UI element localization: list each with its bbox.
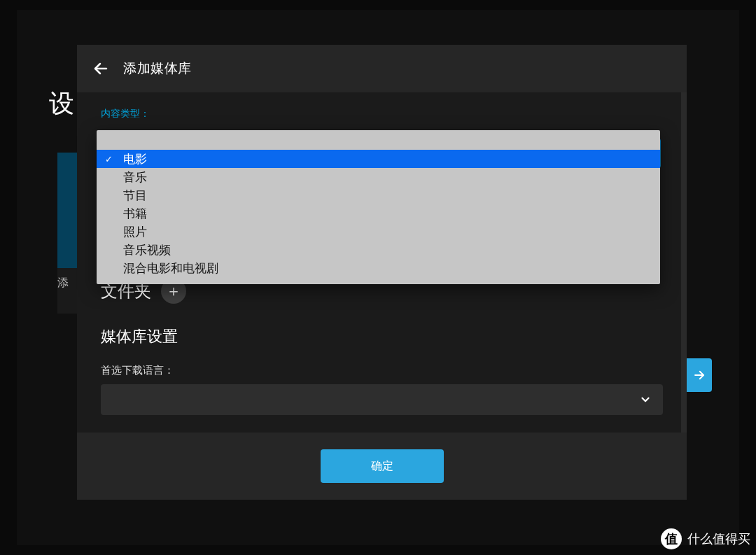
dropdown-option-movies[interactable]: ✓ 电影 xyxy=(97,150,660,168)
dropdown-option-label: 音乐 xyxy=(123,171,147,183)
arrow-right-icon xyxy=(693,369,706,381)
download-language-select[interactable] xyxy=(101,384,663,415)
watermark: 值 什么值得买 xyxy=(661,528,750,549)
next-button[interactable] xyxy=(687,358,712,392)
modal-title: 添加媒体库 xyxy=(123,59,192,78)
arrow-left-icon xyxy=(92,60,109,77)
dropdown-option-music[interactable]: 音乐 xyxy=(97,168,660,186)
library-settings-heading: 媒体库设置 xyxy=(101,326,663,347)
dropdown-option-books[interactable]: 书籍 xyxy=(97,204,660,223)
content-type-label: 内容类型： xyxy=(101,108,663,118)
dropdown-option-shows[interactable]: 节目 xyxy=(97,186,660,204)
page-title: 设 xyxy=(49,87,74,121)
dropdown-option-label: 照片 xyxy=(123,226,147,238)
watermark-badge: 值 xyxy=(661,528,682,549)
background-tile-accent xyxy=(57,153,78,268)
modal-footer: 确定 xyxy=(77,433,687,500)
modal-header: 添加媒体库 xyxy=(77,45,687,92)
dropdown-option-label: 混合电影和电视剧 xyxy=(123,262,218,274)
dropdown-option-label: 节目 xyxy=(123,190,147,202)
confirm-button-label: 确定 xyxy=(371,459,393,474)
download-language-label: 首选下载语言： xyxy=(101,364,663,377)
modal-scrollbar[interactable] xyxy=(681,92,687,433)
back-button[interactable] xyxy=(91,59,111,78)
dropdown-option-label: 电影 xyxy=(123,153,147,165)
dropdown-option-label: 书籍 xyxy=(123,208,147,220)
dropdown-option-music-videos[interactable]: 音乐视频 xyxy=(97,241,660,259)
dropdown-option-mixed[interactable]: 混合电影和电视剧 xyxy=(97,259,660,277)
dropdown-option-photos[interactable]: 照片 xyxy=(97,223,660,241)
background-tile-caption: 添 xyxy=(57,276,69,290)
dropdown-option-label: 音乐视频 xyxy=(123,244,171,256)
content-type-dropdown[interactable]: ✓ 电影 音乐 节目 书籍 照片 音乐视频 混合电影和电视剧 xyxy=(97,130,660,284)
watermark-text: 什么值得买 xyxy=(687,531,750,547)
chevron-down-icon xyxy=(639,393,652,406)
check-icon: ✓ xyxy=(105,155,113,164)
confirm-button[interactable]: 确定 xyxy=(321,449,444,483)
